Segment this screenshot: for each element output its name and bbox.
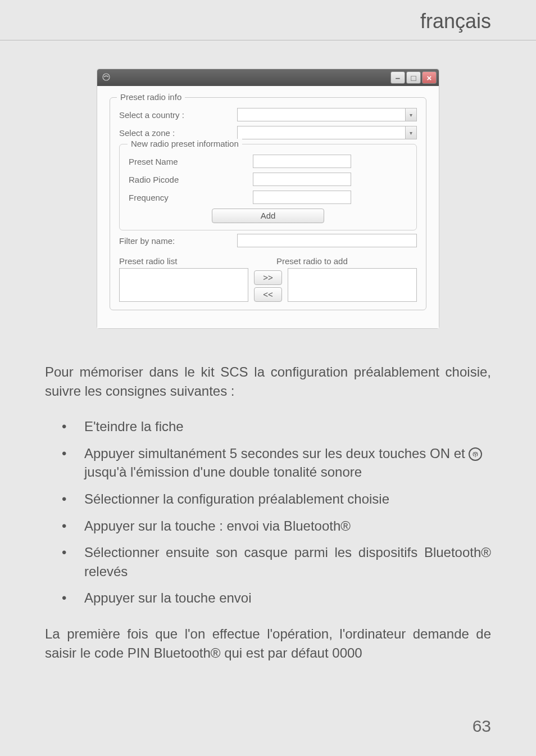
preset-name-input[interactable] [253,155,351,168]
preset-radio-to-add-label: Preset radio to add [276,256,348,266]
chevron-down-icon: ▾ [405,108,416,121]
filter-row: Filter by name: [119,234,417,247]
bullet-text: Sélectionner ensuite son casque parmi le… [84,545,491,579]
list-item: Appuyer sur la touche envoi [62,588,491,608]
preset-name-label: Preset Name [129,157,247,166]
pin-note-paragraph: La première fois que l'on effectue l'opé… [45,624,491,662]
select-zone-row: Select a zone : ▾ [119,126,417,139]
move-right-button[interactable]: >> [254,270,282,285]
frequency-label: Frequency [129,193,247,202]
svg-point-0 [103,74,110,80]
page-header: français [0,0,536,40]
move-left-button[interactable]: << [254,287,282,302]
filter-by-name-input[interactable] [237,234,417,247]
radio-picode-input[interactable] [253,173,351,186]
preset-radio-list[interactable] [119,268,248,302]
list-item: Sélectionner ensuite son casque parmi le… [62,543,491,581]
bullet-text: E'teindre la fiche [84,419,184,434]
list-item: Sélectionner la configuration préalablem… [62,490,491,509]
select-country-combo[interactable]: ▾ [237,108,417,121]
dialog-window: – □ × Preset radio info Select a country… [97,69,439,329]
list-item: E'teindre la fiche [62,417,491,436]
add-button[interactable]: Add [212,209,324,223]
page-number: 63 [473,717,491,736]
preset-radio-to-add-list[interactable] [288,268,417,302]
close-button[interactable]: × [422,71,437,84]
maximize-button[interactable]: □ [406,71,421,84]
preset-radio-info-group: Preset radio info Select a country : ▾ S… [110,97,426,310]
document-body: Pour mémoriser dans le kit SCS la config… [0,329,536,662]
preset-radio-list-label: Preset radio list [119,256,237,266]
group-legend: Preset radio info [117,92,185,102]
new-radio-preset-group: New radio preset information Preset Name… [119,144,417,230]
list-item: Appuyer simultanément 5 secondes sur les… [62,444,491,482]
select-zone-label: Select a zone : [119,128,237,138]
filter-by-name-label: Filter by name: [119,236,237,246]
bullet-text: Appuyer sur la touche envoi [84,590,252,605]
radio-picode-label: Radio Picode [129,175,247,184]
titlebar: – □ × [97,69,439,86]
frequency-input[interactable] [253,191,351,204]
select-country-label: Select a country : [119,110,237,120]
group-legend: New radio preset information [128,139,242,148]
svg-point-1 [475,452,477,455]
minimize-button[interactable]: – [390,71,405,84]
dialog-body: Preset radio info Select a country : ▾ S… [97,86,439,328]
language-label: français [420,10,491,33]
app-icon [102,73,112,83]
antenna-icon [469,447,482,461]
select-country-row: Select a country : ▾ [119,108,417,121]
select-zone-combo[interactable]: ▾ [237,126,417,139]
bullet-text: Sélectionner la configuration préalablem… [84,491,389,506]
intro-paragraph: Pour mémoriser dans le kit SCS la config… [45,363,491,400]
bullet-text: Appuyer simultanément 5 secondes sur les… [84,446,465,461]
bullet-text: Appuyer sur la touche : envoi via Blueto… [84,518,351,533]
bullet-text: jusqu'à l'émission d'une double tonalité… [84,464,362,479]
list-item: Appuyer sur la touche : envoi via Blueto… [62,517,491,536]
chevron-down-icon: ▾ [405,126,416,139]
